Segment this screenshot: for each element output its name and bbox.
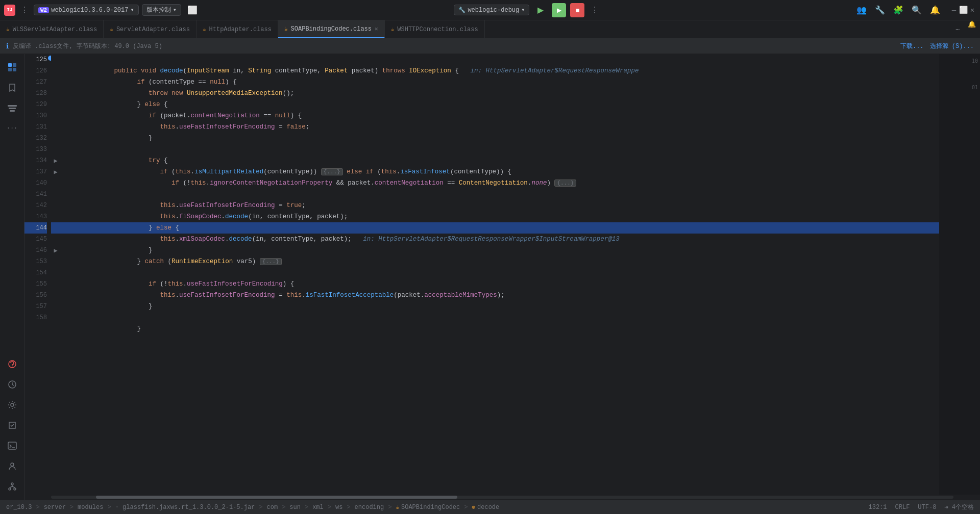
close-button[interactable]: ✕ — [969, 7, 976, 14]
debug-config-label: weblogic-debug — [468, 7, 519, 14]
notifications-icon[interactable]: 🔔 — [928, 4, 942, 16]
code-line-129: if (packet.contentNegotiation == null) { — [60, 99, 939, 110]
tab-servlet[interactable]: ☕ ServletAdapter.class — [104, 20, 197, 38]
sidebar-icon-tasks[interactable] — [3, 416, 21, 434]
sidebar-icon-menu[interactable]: ··· — [3, 119, 21, 138]
code-content[interactable]: public void decode(InputStream in, Strin… — [60, 54, 939, 495]
line-num-137: 137 — [24, 166, 47, 177]
editor-area: 125 126 127 128 129 130 131 132 133 134 … — [24, 54, 980, 500]
window-layout-button[interactable]: ⬜ — [184, 4, 201, 16]
search-everywhere-icon[interactable]: 🔍 — [910, 4, 924, 16]
profile-icon[interactable]: 👥 — [854, 4, 869, 16]
fold-btn-144 — [51, 222, 60, 234]
download-link[interactable]: 下载... — [900, 42, 924, 50]
sidebar-icon-project[interactable] — [3, 58, 21, 76]
sidebar-icon-structure[interactable] — [3, 99, 21, 117]
sidebar-icon-bookmarks[interactable] — [3, 79, 21, 97]
line-num-129: 129 — [24, 99, 47, 110]
breadcrumb-sep-6: > — [305, 504, 308, 511]
breadcrumb-class[interactable]: ☕ SOAPBindingCodec — [396, 504, 460, 511]
tab-soap[interactable]: ☕ SOAPBindingCodec.class ✕ — [278, 20, 385, 38]
select-source-link[interactable]: 选择源 (S)... — [930, 42, 974, 50]
tab-wls[interactable]: ☕ WLSServletAdapter.class — [0, 20, 104, 38]
breadcrumb-modules[interactable]: modules — [78, 504, 103, 511]
tools-icon[interactable]: 🔧 — [873, 4, 887, 16]
breadcrumb-encoding[interactable]: encoding — [355, 504, 384, 511]
code-line-146: } catch (RuntimeException var5) {...} — [60, 245, 939, 256]
line-num-143: 143 — [24, 211, 47, 222]
plugins-icon[interactable]: 🧩 — [891, 4, 905, 16]
line-num-144: 144 — [24, 222, 47, 234]
debug-config-selector[interactable]: 🔧 weblogic-debug ▾ — [454, 5, 529, 15]
tab-wshttp[interactable]: ☕ WSHTTPConnection.class — [385, 20, 485, 38]
editor-notification-icon[interactable]: 🔔 — [964, 20, 980, 38]
h-scrollbar-thumb[interactable] — [96, 496, 457, 499]
line-num-133: 133 — [24, 144, 47, 155]
sidebar-icon-debug[interactable] — [3, 355, 21, 373]
line-num-141: 141 — [24, 189, 47, 200]
decompile-info-bar: ℹ 反编译 .class文件, 字节码版本: 49.0 (Java 5) 下载.… — [0, 39, 980, 54]
fold-inline-134[interactable]: {...} — [321, 168, 343, 175]
minimize-button[interactable]: — — [950, 7, 958, 14]
svg-point-15 — [14, 488, 16, 490]
sidebar-icon-terminal[interactable] — [3, 436, 21, 455]
main-menu-button[interactable]: ⋮ — [18, 4, 31, 16]
line-num-127: 127 — [24, 76, 47, 88]
tab-more-button[interactable]: ⋯ — [951, 20, 964, 38]
tab-http-icon: ☕ — [203, 26, 206, 33]
cursor-position[interactable]: 132:1 — [869, 504, 887, 511]
indent-settings[interactable]: ⇥ 4个空格 — [944, 503, 974, 511]
code-line-133: try { — [60, 144, 939, 155]
stop-button[interactable]: ■ — [570, 3, 584, 17]
breadcrumb-com[interactable]: com — [267, 504, 278, 511]
breadcrumb-encoding-label: encoding — [355, 504, 384, 511]
fold-inline-137[interactable]: {...} — [554, 179, 576, 187]
version-control-arrow-icon: ▾ — [173, 6, 177, 14]
sidebar-icon-clock[interactable] — [3, 375, 21, 394]
code-line-125: public void decode(InputStream in, Strin… — [60, 54, 939, 65]
sidebar-icon-settings[interactable] — [3, 396, 21, 414]
fold-btn-140 — [51, 177, 60, 189]
line-ending[interactable]: CRLF — [895, 504, 910, 511]
breadcrumb-er[interactable]: er_10.3 — [6, 504, 32, 511]
minimap-indicator-bottom: 01 — [972, 85, 978, 90]
fold-btn-134[interactable]: ▶ — [51, 155, 60, 166]
line-num-142: 142 — [24, 200, 47, 211]
fold-btn-157 — [51, 301, 60, 312]
info-actions: 下载... 选择源 (S)... — [900, 42, 974, 50]
sidebar-icon-user[interactable] — [3, 457, 21, 475]
fold-inline-146[interactable]: {...} — [260, 258, 282, 265]
line-num-155: 155 — [24, 278, 47, 290]
tab-http[interactable]: ☕ HttpAdapter.class — [197, 20, 278, 38]
fold-btn-158 — [51, 312, 60, 323]
line-num-153: 153 — [24, 256, 47, 267]
breadcrumb-server[interactable]: server — [44, 504, 66, 511]
decompile-info-text: 反编译 .class文件, 字节码版本: 49.0 (Java 5) — [13, 42, 162, 50]
breadcrumb-ws[interactable]: ws — [335, 504, 342, 511]
breadcrumb-sep-10: > — [464, 504, 468, 511]
version-control-button[interactable]: 版本控制 ▾ — [142, 4, 181, 16]
line-num-145: 145 — [24, 234, 47, 245]
fold-btn-143 — [51, 211, 60, 222]
fold-btn-146[interactable]: ▶ — [51, 245, 60, 256]
breadcrumb-xml[interactable]: xml — [312, 504, 324, 511]
encoding-status[interactable]: UTF-8 — [918, 504, 936, 511]
project-selector[interactable]: W2 weblogic10.3.6.0-2017 ▾ — [34, 5, 139, 15]
maximize-button[interactable]: ⬜ — [960, 7, 967, 14]
code-line-141: this.useFastInfosetForEncoding = true; — [60, 189, 939, 200]
sidebar-icon-git[interactable] — [3, 477, 21, 496]
breadcrumb-sun[interactable]: sun — [289, 504, 301, 511]
breadcrumb-method[interactable]: ⊕ decode — [472, 504, 499, 511]
title-bar-center: 🔧 weblogic-debug ▾ ▶ ▶ ■ ⋮ — [205, 3, 850, 17]
run-button[interactable]: ▶ — [533, 3, 548, 17]
tab-soap-close-icon[interactable]: ✕ — [375, 25, 378, 32]
breadcrumb-sep-5: > — [282, 504, 285, 511]
fold-btn-141 — [51, 189, 60, 200]
run-more-button[interactable]: ⋮ — [589, 4, 601, 16]
breadcrumb-jar[interactable]: · glassfish.jaxws.rt_1.3.0.0_2-1-5.jar — [115, 504, 255, 511]
tab-soap-label: SOAPBindingCodec.class — [291, 25, 372, 33]
code-line-154: if (!this.useFastInfosetForEncoding) { — [60, 267, 939, 278]
debug-run-button[interactable]: ▶ — [552, 3, 566, 17]
horizontal-scrollbar[interactable] — [24, 495, 980, 500]
fold-btn-137[interactable]: ▶ — [51, 166, 60, 177]
